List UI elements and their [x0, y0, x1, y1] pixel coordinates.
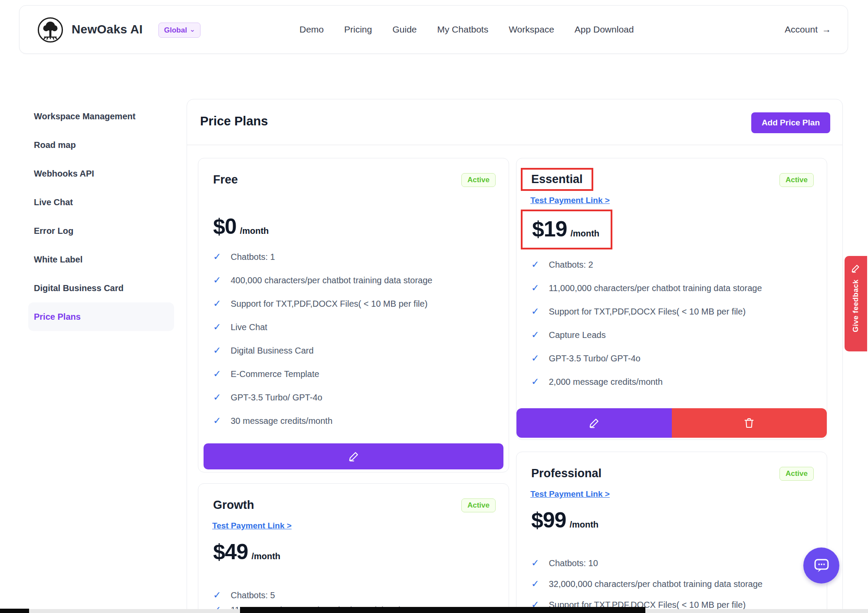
- sidebar-item-label: Price Plans: [34, 312, 81, 322]
- status-badge: Active: [779, 173, 814, 187]
- bottom-black-bar-left: [0, 609, 29, 613]
- pencil-icon: [348, 450, 360, 462]
- feature-item: ✓Digital Business Card: [213, 339, 432, 362]
- annotation-box-title: Essential: [521, 168, 593, 191]
- plan-card-growth: Growth Active Test Payment Link > $49 /m…: [198, 483, 509, 613]
- feature-text: 30 message credits/month: [230, 416, 332, 426]
- chat-widget-button[interactable]: [803, 547, 839, 583]
- sidebar-item-label: Digital Business Card: [34, 283, 124, 293]
- feature-item: ✓Chatbots: 1: [213, 245, 432, 269]
- delete-plan-button[interactable]: [672, 408, 827, 438]
- feature-item: ✓11,000,000 characters/per chatbot train…: [531, 276, 762, 300]
- feature-text: Capture Leads: [549, 330, 605, 340]
- check-icon: ✓: [213, 590, 221, 601]
- check-icon: ✓: [213, 415, 221, 426]
- test-payment-link[interactable]: Test Payment Link >: [212, 521, 292, 531]
- plan-price: $0 /month: [213, 214, 269, 239]
- sidebar-item-price-plans[interactable]: Price Plans: [28, 302, 174, 331]
- nav-guide[interactable]: Guide: [392, 24, 417, 35]
- newoaks-tree-logo: [37, 16, 64, 43]
- feature-text: Support for TXT,PDF,DOCX Files( < 10 MB …: [549, 307, 746, 317]
- feature-text: Chatbots: 1: [230, 252, 275, 262]
- feature-item: ✓30 message credits/month: [213, 409, 432, 433]
- sidebar-item-live-chat[interactable]: Live Chat: [34, 188, 179, 216]
- sidebar: Workspace Management Road map Webhooks A…: [34, 102, 179, 331]
- sidebar-item-workspace-management[interactable]: Workspace Management: [34, 102, 179, 131]
- feature-text: GPT-3.5 Turbo/ GPT-4o: [549, 354, 640, 364]
- plan-name: Free: [213, 173, 238, 187]
- price-amount: $99: [531, 508, 566, 533]
- feature-item: ✓2,000 message credits/month: [531, 370, 762, 393]
- check-icon: ✓: [531, 329, 539, 341]
- feature-text: Chatbots: 10: [549, 558, 598, 568]
- account-menu[interactable]: Account →: [785, 6, 831, 53]
- feature-item: ✓Chatbots: 10: [531, 553, 763, 574]
- feature-text: 32,000,000 characters/per chatbot traini…: [549, 579, 763, 589]
- status-badge: Active: [779, 467, 814, 481]
- check-icon: ✓: [213, 251, 221, 262]
- sidebar-item-road-map[interactable]: Road map: [34, 131, 179, 159]
- sidebar-item-label: Road map: [34, 140, 76, 150]
- plan-card-free: Free Active $0 /month ✓Chatbots: 1 ✓400,…: [198, 158, 509, 472]
- check-icon: ✓: [213, 345, 221, 356]
- test-payment-link[interactable]: Test Payment Link >: [530, 489, 610, 499]
- feature-text: Live Chat: [230, 322, 267, 332]
- price-amount: $0: [213, 214, 237, 239]
- feature-item: ✓GPT-3.5 Turbo/ GPT-4o: [213, 386, 432, 409]
- sidebar-item-label: Workspace Management: [34, 111, 135, 121]
- feature-item: ✓Support for TXT,PDF,DOCX Files( < 10 MB…: [531, 300, 762, 323]
- feature-text: Chatbots: 5: [230, 590, 275, 600]
- feature-item: ✓Support for TXT,PDF,DOCX Files( < 10 MB…: [213, 292, 432, 315]
- check-icon: ✓: [213, 275, 221, 286]
- check-icon: ✓: [531, 578, 539, 590]
- plan-action-bar: [516, 408, 827, 438]
- price-period: /month: [240, 226, 269, 236]
- pencil-icon: [851, 263, 861, 273]
- status-badge: Active: [461, 498, 496, 512]
- region-selector[interactable]: Global ⌄: [158, 23, 201, 38]
- sidebar-item-white-label[interactable]: White Label: [34, 245, 179, 274]
- feature-list: ✓Chatbots: 1 ✓400,000 characters/per cha…: [213, 245, 432, 433]
- check-icon: ✓: [213, 298, 221, 309]
- price-amount: $19: [532, 216, 567, 242]
- sidebar-item-label: Webhooks API: [34, 169, 94, 179]
- price-amount: $49: [213, 539, 248, 564]
- sidebar-item-webhooks-api[interactable]: Webhooks API: [34, 159, 179, 188]
- check-icon: ✓: [531, 282, 539, 294]
- edit-plan-button[interactable]: [204, 443, 503, 469]
- edit-plan-button[interactable]: [516, 408, 672, 438]
- annotation-box-price: $19 /month: [521, 210, 612, 249]
- add-price-plan-button[interactable]: Add Price Plan: [751, 112, 830, 133]
- bottom-black-bar-center: [240, 607, 645, 613]
- feature-item: ✓GPT-3.5 Turbo/ GPT-4o: [531, 347, 762, 370]
- feedback-label: Give feedback: [852, 279, 860, 332]
- check-icon: ✓: [531, 259, 539, 270]
- chat-bubble-icon: [812, 557, 831, 575]
- header-divider: [187, 144, 842, 145]
- feature-text: 11,000,000 characters/per chatbot traini…: [549, 283, 762, 293]
- check-icon: ✓: [531, 353, 539, 364]
- plan-card-professional: Professional Active Test Payment Link > …: [516, 452, 827, 613]
- trash-icon: [743, 416, 756, 429]
- check-icon: ✓: [213, 392, 221, 403]
- nav-demo[interactable]: Demo: [299, 24, 324, 35]
- give-feedback-tab[interactable]: Give feedback: [845, 256, 867, 351]
- feature-item: ✓Capture Leads: [531, 323, 762, 347]
- test-payment-link[interactable]: Test Payment Link >: [530, 196, 610, 205]
- feature-item: ✓400,000 characters/per chatbot training…: [213, 269, 432, 292]
- nav-workspace[interactable]: Workspace: [509, 24, 554, 35]
- plan-card-essential: Essential Active Test Payment Link > $19…: [516, 158, 827, 440]
- check-icon: ✓: [531, 557, 539, 569]
- check-icon: ✓: [213, 368, 221, 380]
- feature-list: ✓Chatbots: 10 ✓32,000,000 characters/per…: [531, 553, 763, 613]
- nav-app-download[interactable]: App Download: [575, 24, 634, 35]
- sidebar-item-error-log[interactable]: Error Log: [34, 216, 179, 245]
- sidebar-item-digital-business-card[interactable]: Digital Business Card: [34, 274, 179, 302]
- plan-name: Growth: [213, 498, 254, 512]
- feature-item: ✓32,000,000 characters/per chatbot train…: [531, 574, 763, 594]
- nav-pricing[interactable]: Pricing: [344, 24, 372, 35]
- status-badge: Active: [461, 173, 496, 187]
- check-icon: ✓: [531, 306, 539, 317]
- nav-my-chatbots[interactable]: My Chatbots: [437, 24, 488, 35]
- feature-text: Support for TXT,PDF,DOCX Files( < 10 MB …: [230, 299, 427, 309]
